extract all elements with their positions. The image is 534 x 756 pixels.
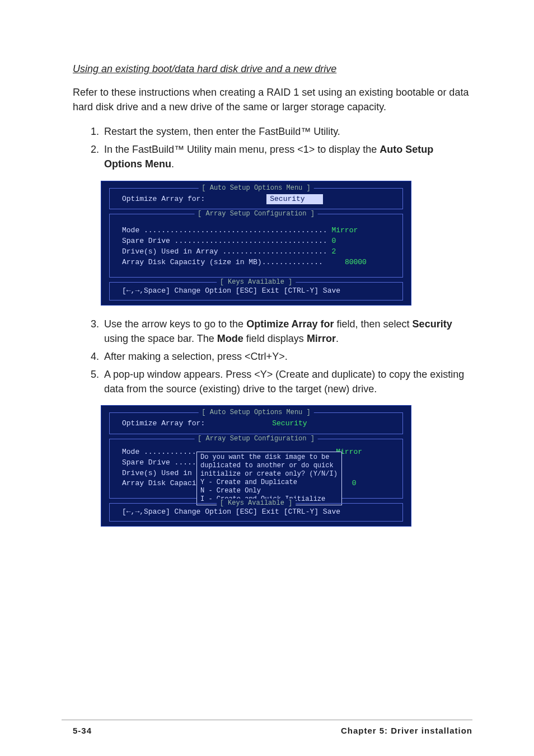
page-footer: 5-34 Chapter 5: Driver installation [73,725,472,737]
step-3-h: Mirror [307,333,336,344]
intro-paragraph: Refer to these instructions when creatin… [73,85,472,114]
optimize-row-2: Optimize Array for: Security [122,419,392,429]
confirm-popup[interactable]: Do you want the disk image to be duplica… [196,452,342,505]
step-3-d: Security [413,318,452,330]
array-config-legend-1: [ Array Setup Configuration ] [194,209,318,219]
step-3-c: field, then select [334,318,413,330]
mode-label-1: Mode ...................................… [122,226,331,236]
spare-value-1: 0 [331,236,336,247]
keys-legend-2: [ Keys Available ] [217,499,296,508]
bios-screen-1: [ Auto Setup Options Menu ] Optimize Arr… [101,181,411,306]
step-4: After making a selection, press <Ctrl+Y>… [102,349,472,364]
step-3-f: Mode [217,333,243,344]
keys-box-2: [ Keys Available ] [←,→,Space] Change Op… [109,503,403,522]
cap-label-2: Array Disk Capaci [122,478,196,489]
auto-setup-box-2: [ Auto Setup Options Menu ] Optimize Arr… [109,412,403,434]
step-3-e: using the space bar. The [104,333,217,344]
optimize-value-selected[interactable]: Security [266,194,322,205]
spare-row-1: Spare Drive ............................… [122,236,392,247]
mode-value-1: Mirror [331,226,358,236]
page-number: 5-34 [73,725,92,737]
trail-value-2: 0 [352,478,357,489]
optimize-label-1: Optimize Array for: [122,194,205,205]
step-2: In the FastBuild™ Utility main menu, pre… [102,142,472,171]
step-1: Restart the system, then enter the FastB… [102,124,472,139]
footer-rule [62,720,472,720]
array-config-box-1: [ Array Setup Configuration ] Mode .....… [109,214,403,277]
drives-row-1: Drive(s) Used in Array .................… [122,247,392,257]
chapter-title: Chapter 5: Driver installation [341,725,472,737]
section-heading: Using an existing boot/data hard disk dr… [73,62,472,76]
optimize-row-1: Optimize Array for: Security [122,194,392,205]
steps-list-mid: Use the arrow keys to go to the Optimize… [73,317,472,396]
step-3-b: Optimize Array for [246,318,334,330]
array-config-box-2: [ Array Setup Configuration ] Mode .....… [109,439,403,499]
cap-value-1: 80000 [345,257,367,268]
auto-setup-box-1: [ Auto Setup Options Menu ] Optimize Arr… [109,188,403,210]
steps-list-top: Restart the system, then enter the FastB… [73,124,472,171]
optimize-label-2: Optimize Array for: [122,419,205,429]
optimize-value-2: Security [272,419,307,429]
step-3-g: field displays [243,333,307,344]
array-config-legend-2: [ Array Setup Configuration ] [194,434,318,444]
cap-row-1: Array Disk Capacity (size in MB)........… [122,257,392,268]
spare-label-1: Spare Drive ............................… [122,236,331,247]
spare-label-2: Spare Drive ..... [122,458,196,468]
step-3: Use the arrow keys to go to the Optimize… [102,317,472,346]
drives-value-1: 2 [331,247,336,257]
bios-screen-2: [ Auto Setup Options Menu ] Optimize Arr… [101,405,411,527]
mode-row-1: Mode ...................................… [122,226,392,236]
step-3-i: . [336,333,339,344]
confirm-popup-text: Do you want the disk image to be duplica… [200,453,338,504]
auto-setup-legend-2: [ Auto Setup Options Menu ] [198,408,313,417]
step-5: A pop-up window appears. Press <Y> (Crea… [102,367,472,396]
keys-box-1: [ Keys Available ] [←,→,Space] Change Op… [109,282,403,300]
step-3-a: Use the arrow keys to go to the [104,318,246,330]
step-2-text-c: . [171,158,174,170]
auto-setup-legend-1: [ Auto Setup Options Menu ] [198,184,313,193]
drives-label-2: Drive(s) Used in [122,468,196,479]
keys-legend-1: [ Keys Available ] [217,278,296,287]
drives-label-1: Drive(s) Used in Array .................… [122,247,331,257]
cap-label-1: Array Disk Capacity (size in MB)........… [122,257,345,268]
step-2-text-a: In the FastBuild™ Utility main menu, pre… [104,144,380,155]
